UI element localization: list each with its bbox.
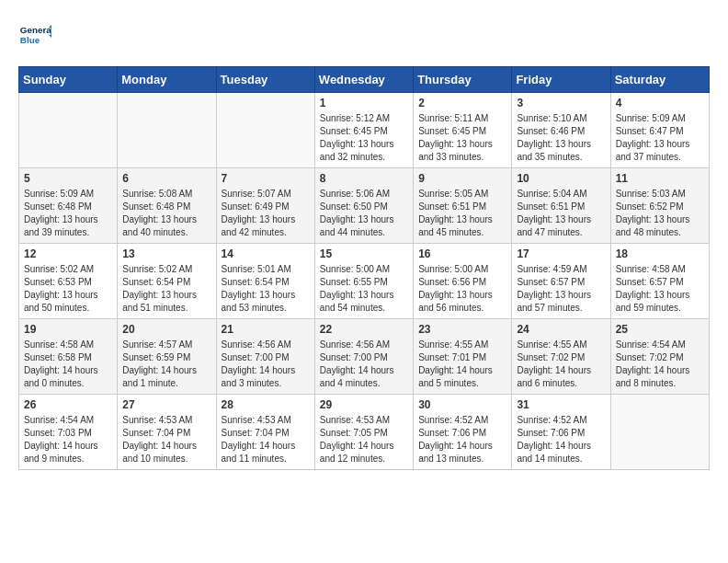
logo-icon: General Blue xyxy=(18,18,51,52)
svg-text:General: General xyxy=(20,25,51,35)
day-number: 18 xyxy=(616,247,704,260)
day-info: Sunrise: 4:54 AMSunset: 7:02 PMDaylight:… xyxy=(616,339,704,390)
page-header: General Blue xyxy=(18,18,710,52)
day-number: 23 xyxy=(418,323,506,336)
day-number: 16 xyxy=(418,247,506,260)
day-number: 31 xyxy=(517,398,605,411)
weekday-header-thursday: Thursday xyxy=(414,67,512,93)
day-number: 24 xyxy=(517,323,605,336)
calendar-cell: 19Sunrise: 4:58 AMSunset: 6:58 PMDayligh… xyxy=(19,319,118,395)
calendar-cell: 23Sunrise: 4:55 AMSunset: 7:01 PMDayligh… xyxy=(414,319,512,395)
calendar-cell: 26Sunrise: 4:54 AMSunset: 7:03 PMDayligh… xyxy=(19,395,118,470)
day-number: 29 xyxy=(320,398,408,411)
day-info: Sunrise: 4:53 AMSunset: 7:05 PMDaylight:… xyxy=(320,414,408,465)
day-number: 28 xyxy=(222,398,310,411)
weekday-header-monday: Monday xyxy=(118,67,216,93)
day-number: 21 xyxy=(222,323,310,336)
day-number: 17 xyxy=(517,247,605,260)
day-number: 5 xyxy=(24,172,112,185)
day-number: 3 xyxy=(517,97,605,109)
calendar-cell: 6Sunrise: 5:08 AMSunset: 6:48 PMDaylight… xyxy=(118,168,216,244)
weekday-header-wednesday: Wednesday xyxy=(314,67,413,93)
calendar-cell: 1Sunrise: 5:12 AMSunset: 6:45 PMDaylight… xyxy=(314,93,413,168)
day-info: Sunrise: 4:55 AMSunset: 7:02 PMDaylight:… xyxy=(517,339,605,390)
day-info: Sunrise: 5:09 AMSunset: 6:48 PMDaylight:… xyxy=(24,188,112,239)
day-number: 11 xyxy=(616,172,704,185)
day-info: Sunrise: 5:11 AMSunset: 6:45 PMDaylight:… xyxy=(418,112,506,164)
day-info: Sunrise: 5:09 AMSunset: 6:47 PMDaylight:… xyxy=(616,112,704,164)
day-info: Sunrise: 4:58 AMSunset: 6:58 PMDaylight:… xyxy=(24,339,112,390)
calendar-week-1: 1Sunrise: 5:12 AMSunset: 6:45 PMDaylight… xyxy=(19,93,710,168)
day-number: 26 xyxy=(24,398,112,411)
day-info: Sunrise: 5:08 AMSunset: 6:48 PMDaylight:… xyxy=(122,188,210,239)
calendar-cell: 14Sunrise: 5:01 AMSunset: 6:54 PMDayligh… xyxy=(216,244,314,319)
calendar-cell: 21Sunrise: 4:56 AMSunset: 7:00 PMDayligh… xyxy=(216,319,314,395)
day-info: Sunrise: 4:53 AMSunset: 7:04 PMDaylight:… xyxy=(122,414,210,465)
day-info: Sunrise: 5:00 AMSunset: 6:55 PMDaylight:… xyxy=(320,263,408,315)
day-number: 27 xyxy=(122,398,210,411)
calendar-cell: 15Sunrise: 5:00 AMSunset: 6:55 PMDayligh… xyxy=(314,244,413,319)
day-info: Sunrise: 5:04 AMSunset: 6:51 PMDaylight:… xyxy=(517,188,605,239)
day-info: Sunrise: 4:55 AMSunset: 7:01 PMDaylight:… xyxy=(418,339,506,390)
calendar-cell: 11Sunrise: 5:03 AMSunset: 6:52 PMDayligh… xyxy=(610,168,709,244)
day-info: Sunrise: 4:54 AMSunset: 7:03 PMDaylight:… xyxy=(24,414,112,465)
day-info: Sunrise: 5:03 AMSunset: 6:52 PMDaylight:… xyxy=(616,188,704,239)
day-info: Sunrise: 5:02 AMSunset: 6:54 PMDaylight:… xyxy=(122,263,210,315)
day-info: Sunrise: 4:56 AMSunset: 7:00 PMDaylight:… xyxy=(320,339,408,390)
day-number: 2 xyxy=(418,97,506,109)
day-info: Sunrise: 4:53 AMSunset: 7:04 PMDaylight:… xyxy=(222,414,310,465)
calendar-cell xyxy=(118,93,216,168)
calendar-week-4: 19Sunrise: 4:58 AMSunset: 6:58 PMDayligh… xyxy=(19,319,710,395)
day-info: Sunrise: 5:01 AMSunset: 6:54 PMDaylight:… xyxy=(222,263,310,315)
calendar-table: SundayMondayTuesdayWednesdayThursdayFrid… xyxy=(18,66,710,470)
calendar-cell: 7Sunrise: 5:07 AMSunset: 6:49 PMDaylight… xyxy=(216,168,314,244)
calendar-cell: 24Sunrise: 4:55 AMSunset: 7:02 PMDayligh… xyxy=(512,319,610,395)
day-number: 10 xyxy=(517,172,605,185)
day-info: Sunrise: 4:59 AMSunset: 6:57 PMDaylight:… xyxy=(517,263,605,315)
calendar-cell: 22Sunrise: 4:56 AMSunset: 7:00 PMDayligh… xyxy=(314,319,413,395)
calendar-cell: 27Sunrise: 4:53 AMSunset: 7:04 PMDayligh… xyxy=(118,395,216,470)
calendar-cell: 8Sunrise: 5:06 AMSunset: 6:50 PMDaylight… xyxy=(314,168,413,244)
day-number: 4 xyxy=(616,97,704,109)
calendar-cell: 25Sunrise: 4:54 AMSunset: 7:02 PMDayligh… xyxy=(610,319,709,395)
day-number: 14 xyxy=(222,247,310,260)
svg-text:Blue: Blue xyxy=(20,35,40,45)
day-number: 6 xyxy=(122,172,210,185)
day-info: Sunrise: 4:52 AMSunset: 7:06 PMDaylight:… xyxy=(517,414,605,465)
calendar-cell: 28Sunrise: 4:53 AMSunset: 7:04 PMDayligh… xyxy=(216,395,314,470)
day-info: Sunrise: 4:56 AMSunset: 7:00 PMDaylight:… xyxy=(222,339,310,390)
day-number: 15 xyxy=(320,247,408,260)
logo: General Blue xyxy=(18,18,55,52)
day-number: 9 xyxy=(418,172,506,185)
calendar-cell: 2Sunrise: 5:11 AMSunset: 6:45 PMDaylight… xyxy=(414,93,512,168)
calendar-cell: 10Sunrise: 5:04 AMSunset: 6:51 PMDayligh… xyxy=(512,168,610,244)
day-info: Sunrise: 5:07 AMSunset: 6:49 PMDaylight:… xyxy=(222,188,310,239)
calendar-week-2: 5Sunrise: 5:09 AMSunset: 6:48 PMDaylight… xyxy=(19,168,710,244)
calendar-cell: 9Sunrise: 5:05 AMSunset: 6:51 PMDaylight… xyxy=(414,168,512,244)
day-number: 13 xyxy=(122,247,210,260)
day-number: 20 xyxy=(122,323,210,336)
calendar-cell: 5Sunrise: 5:09 AMSunset: 6:48 PMDaylight… xyxy=(19,168,118,244)
weekday-header-sunday: Sunday xyxy=(19,67,118,93)
calendar-cell: 18Sunrise: 4:58 AMSunset: 6:57 PMDayligh… xyxy=(610,244,709,319)
day-info: Sunrise: 5:10 AMSunset: 6:46 PMDaylight:… xyxy=(517,112,605,164)
day-info: Sunrise: 5:05 AMSunset: 6:51 PMDaylight:… xyxy=(418,188,506,239)
calendar-cell: 17Sunrise: 4:59 AMSunset: 6:57 PMDayligh… xyxy=(512,244,610,319)
day-number: 19 xyxy=(24,323,112,336)
day-info: Sunrise: 5:00 AMSunset: 6:56 PMDaylight:… xyxy=(418,263,506,315)
weekday-header-row: SundayMondayTuesdayWednesdayThursdayFrid… xyxy=(19,67,710,93)
day-number: 8 xyxy=(320,172,408,185)
calendar-week-3: 12Sunrise: 5:02 AMSunset: 6:53 PMDayligh… xyxy=(19,244,710,319)
calendar-cell: 31Sunrise: 4:52 AMSunset: 7:06 PMDayligh… xyxy=(512,395,610,470)
calendar-week-5: 26Sunrise: 4:54 AMSunset: 7:03 PMDayligh… xyxy=(19,395,710,470)
day-number: 12 xyxy=(24,247,112,260)
day-info: Sunrise: 5:02 AMSunset: 6:53 PMDaylight:… xyxy=(24,263,112,315)
day-info: Sunrise: 4:52 AMSunset: 7:06 PMDaylight:… xyxy=(418,414,506,465)
calendar-cell: 4Sunrise: 5:09 AMSunset: 6:47 PMDaylight… xyxy=(610,93,709,168)
calendar-cell: 3Sunrise: 5:10 AMSunset: 6:46 PMDaylight… xyxy=(512,93,610,168)
day-number: 30 xyxy=(418,398,506,411)
day-info: Sunrise: 4:58 AMSunset: 6:57 PMDaylight:… xyxy=(616,263,704,315)
calendar-cell: 16Sunrise: 5:00 AMSunset: 6:56 PMDayligh… xyxy=(414,244,512,319)
calendar-cell xyxy=(610,395,709,470)
day-info: Sunrise: 4:57 AMSunset: 6:59 PMDaylight:… xyxy=(122,339,210,390)
